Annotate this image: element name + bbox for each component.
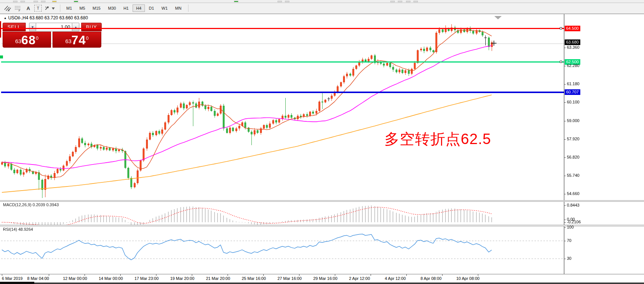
- annotation-text[interactable]: 多空转折点62.5: [384, 129, 491, 149]
- timeframe-button-m5[interactable]: M5: [76, 4, 88, 12]
- cropped-toolbar-item: [285, 1, 289, 2]
- price-tick-label: 54.660: [567, 191, 580, 196]
- timeframe-button-m1[interactable]: M1: [63, 4, 75, 12]
- time-axis-label: 19 Mar 20:00: [170, 276, 194, 281]
- macd-scale-tick: [564, 205, 566, 206]
- cropped-toolbar-item: [74, 1, 78, 2]
- rsi-scale-label: 100: [567, 225, 574, 229]
- price-tick-label: 55.740: [567, 173, 580, 178]
- time-axis-label: 8 Apr 08:00: [421, 276, 441, 281]
- time-axis-label: 27 Mar 16:00: [277, 276, 302, 281]
- macd-panel-canvas[interactable]: [1, 202, 564, 225]
- time-axis-tick: [228, 274, 228, 276]
- volume-decrease-button[interactable]: ▼: [29, 23, 37, 31]
- horizontal-line-60.707[interactable]: [1, 92, 564, 93]
- macd-scale-tick: [564, 220, 566, 220]
- time-axis-label: 8 Mar 04:00: [27, 276, 49, 281]
- fibonacci-retracement-icon[interactable]: F: [13, 4, 22, 12]
- price-tick-label: 56.820: [567, 155, 580, 159]
- cropped-toolbar-item: [41, 1, 45, 2]
- buy-price-display[interactable]: 63 74 0: [53, 32, 101, 48]
- window-bottom-edge: [0, 283, 644, 284]
- price-tick-label: 62.280: [567, 63, 580, 68]
- sell-price-display[interactable]: 63 68 0: [3, 32, 51, 48]
- buy-button[interactable]: BUY: [81, 23, 102, 31]
- time-axis-tick: [85, 274, 85, 276]
- timeframe-button-d1[interactable]: D1: [146, 4, 158, 12]
- volume-increase-button[interactable]: ▲: [72, 23, 79, 31]
- horizontal-line-62.500[interactable]: [1, 61, 564, 63]
- one-click-trade-panel: SELL ▼ ▲ BUY 63 68 0 63 74 0: [3, 23, 102, 48]
- cropped-toolbar-item: [34, 1, 38, 2]
- timeframe-button-m15[interactable]: M15: [89, 4, 104, 12]
- rsi-scale-tick: [564, 227, 566, 228]
- price-tick-label: 60.100: [567, 100, 580, 104]
- time-axis-tick: [478, 274, 478, 276]
- rsi-label: RSI(14) 48.9264: [3, 227, 33, 232]
- time-axis-label: 4 Apr 12:00: [385, 276, 406, 281]
- sell-price-sup: 0: [36, 33, 38, 44]
- rsi-panel-canvas[interactable]: [1, 227, 564, 274]
- price-tick-label: 61.180: [567, 82, 580, 86]
- price-scale-border: [564, 14, 564, 274]
- time-axis-label: 17 Mar 23:00: [134, 276, 159, 281]
- price-tick: [564, 84, 566, 84]
- volume-input[interactable]: [36, 23, 72, 31]
- macd-scale-tick: [564, 222, 566, 223]
- time-axis-tick: [49, 274, 49, 276]
- price-tick-label: 63.360: [567, 45, 580, 50]
- price-tick: [564, 139, 566, 140]
- equidistant-channel-icon[interactable]: E: [3, 4, 12, 12]
- time-axis-label: 6 Mar 2019: [2, 276, 23, 281]
- time-axis-tick: [120, 274, 121, 276]
- panel-separator[interactable]: [0, 225, 644, 226]
- arrows-shapes-icon[interactable]: [43, 4, 56, 12]
- timeframe-button-m30[interactable]: M30: [105, 4, 119, 12]
- line-handle[interactable]: [560, 61, 562, 63]
- price-line-badge: 60.707: [565, 89, 580, 95]
- rsi-scale-tick: [564, 259, 566, 259]
- timeframe-button-h1[interactable]: H1: [120, 4, 132, 12]
- horizontal-line-64.500[interactable]: [1, 28, 564, 29]
- timeframe-button-w1[interactable]: W1: [158, 4, 171, 12]
- time-axis-label: 25 Mar 16:00: [242, 276, 266, 281]
- cropped-toolbar-item: [20, 1, 25, 2]
- sell-price-prefix: 63: [15, 36, 22, 46]
- buy-price-main: 74: [72, 34, 86, 46]
- svg-text:F: F: [19, 9, 20, 12]
- cropped-toolbar-item: [406, 1, 410, 2]
- chart-window-border: [0, 14, 644, 14]
- macd-scale-label: -0.2106: [567, 220, 581, 224]
- text-label-icon[interactable]: A: [24, 4, 33, 12]
- price-tick: [564, 176, 566, 176]
- price-cross-marker: [491, 41, 497, 46]
- text-box-icon[interactable]: T: [34, 5, 42, 12]
- timeframe-button-h4[interactable]: H4: [133, 4, 145, 12]
- price-line-badge: 64.500: [565, 26, 580, 31]
- time-axis-label: 21 Mar 20:00: [206, 276, 230, 281]
- sell-button[interactable]: SELL: [3, 23, 26, 31]
- time-axis-tick: [192, 274, 192, 276]
- price-tick: [564, 66, 566, 66]
- svg-text:E: E: [8, 9, 10, 12]
- macd-scale-label: 0.8443: [567, 203, 580, 207]
- cropped-toolbar-item: [390, 1, 395, 2]
- time-axis-tick: [335, 274, 335, 276]
- cropped-toolbar-item: [13, 1, 18, 2]
- cropped-toolbar-item: [398, 1, 402, 2]
- time-axis-tick: [371, 274, 371, 276]
- time-axis-tick: [156, 274, 156, 276]
- price-tick: [564, 157, 566, 158]
- timeframe-button-mn[interactable]: MN: [172, 4, 185, 12]
- chart-shift-marker-icon[interactable]: [494, 16, 502, 19]
- toolbar-separator: [188, 4, 188, 12]
- price-tick: [564, 102, 566, 103]
- panel-separator[interactable]: [0, 200, 644, 202]
- line-handle[interactable]: [560, 27, 562, 29]
- buy-price-sup: 0: [86, 33, 89, 44]
- buy-price-prefix: 63: [65, 36, 72, 46]
- price-tick: [564, 48, 566, 48]
- time-axis-label: 10 Apr 08:00: [456, 276, 479, 281]
- window-edge-artifact: [0, 21, 1, 38]
- cropped-toolbar-item: [413, 1, 418, 2]
